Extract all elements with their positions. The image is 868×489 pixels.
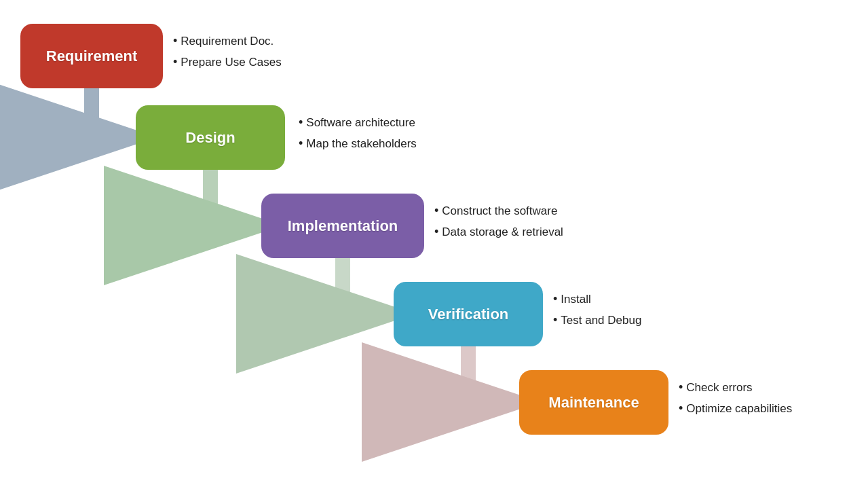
arrow-impl-to-verif (343, 258, 385, 314)
requirement-box: Requirement (20, 24, 163, 88)
arrow-design-to-impl (210, 170, 253, 225)
requirement-bullets: Requirement Doc. Prepare Use Cases (173, 31, 282, 73)
verification-bullets: Install Test and Debug (553, 289, 641, 331)
maintenance-box: Maintenance (519, 370, 668, 435)
maintenance-bullets: Check errors Optimize capabilities (679, 377, 792, 419)
implementation-box: Implementation (261, 194, 424, 258)
diagram-container: Requirement Design Implementation Verifi… (0, 0, 868, 489)
implementation-bullets: Construct the software Data storage & re… (434, 200, 563, 242)
arrow-verif-to-maint (468, 346, 511, 402)
verification-box: Verification (394, 282, 543, 346)
design-bullets: Software architecture Map the stakeholde… (299, 112, 417, 154)
design-box: Design (136, 105, 285, 170)
arrow-req-to-design (92, 88, 128, 137)
